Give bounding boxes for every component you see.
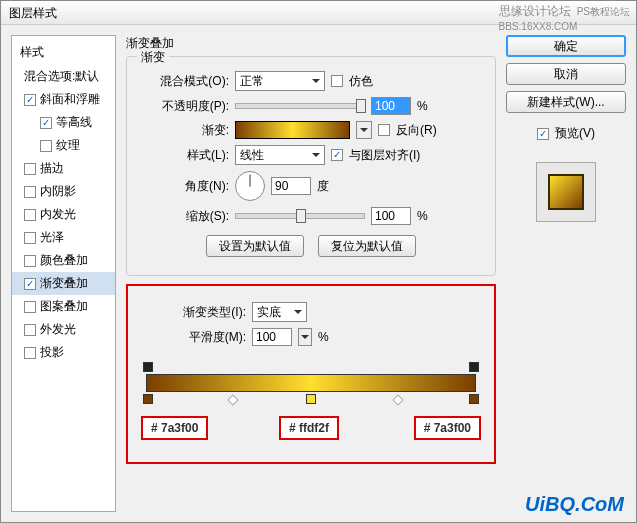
sidebar-blend-options[interactable]: 混合选项:默认 bbox=[12, 65, 115, 88]
scale-slider[interactable] bbox=[235, 213, 365, 219]
checkbox-icon[interactable] bbox=[24, 186, 36, 198]
style-select[interactable]: 线性 bbox=[235, 145, 325, 165]
align-label: 与图层对齐(I) bbox=[349, 147, 420, 164]
styles-sidebar: 样式 混合选项:默认 斜面和浮雕 等高线 纹理 描边 内阴影 内发光 光泽 颜色… bbox=[11, 35, 116, 512]
dialog-title: 图层样式 bbox=[9, 6, 57, 20]
opacity-slider[interactable] bbox=[235, 103, 365, 109]
ok-button[interactable]: 确定 bbox=[506, 35, 626, 57]
style-label: 样式(L): bbox=[139, 147, 229, 164]
gradient-ramp[interactable] bbox=[146, 356, 476, 406]
checkbox-icon[interactable] bbox=[24, 347, 36, 359]
sidebar-item-gradient-overlay[interactable]: 渐变叠加 bbox=[12, 272, 115, 295]
reset-default-button[interactable]: 复位为默认值 bbox=[318, 235, 416, 257]
sidebar-item-bevel[interactable]: 斜面和浮雕 bbox=[12, 88, 115, 111]
gradient-swatch[interactable] bbox=[235, 121, 350, 139]
set-default-button[interactable]: 设置为默认值 bbox=[206, 235, 304, 257]
opacity-stop-icon[interactable] bbox=[469, 362, 479, 372]
checkbox-icon[interactable] bbox=[24, 94, 36, 106]
gradient-bar[interactable] bbox=[146, 374, 476, 392]
color-hex-tag: # ffdf2f bbox=[279, 416, 339, 440]
sidebar-item-satin[interactable]: 光泽 bbox=[12, 226, 115, 249]
sidebar-item-stroke[interactable]: 描边 bbox=[12, 157, 115, 180]
checkbox-icon[interactable] bbox=[24, 255, 36, 267]
sidebar-item-color-overlay[interactable]: 颜色叠加 bbox=[12, 249, 115, 272]
sidebar-item-drop-shadow[interactable]: 投影 bbox=[12, 341, 115, 364]
opacity-stop-icon[interactable] bbox=[143, 362, 153, 372]
sidebar-item-pattern-overlay[interactable]: 图案叠加 bbox=[12, 295, 115, 318]
gradient-dropdown-icon[interactable] bbox=[356, 121, 372, 139]
preview-thumbnail bbox=[536, 162, 596, 222]
reverse-checkbox[interactable] bbox=[378, 124, 390, 136]
gradient-label: 渐变: bbox=[139, 122, 229, 139]
checkbox-icon[interactable] bbox=[24, 278, 36, 290]
checkbox-icon[interactable] bbox=[40, 117, 52, 129]
blend-mode-label: 混合模式(O): bbox=[139, 73, 229, 90]
opacity-label: 不透明度(P): bbox=[139, 98, 229, 115]
chevron-right-icon[interactable] bbox=[298, 328, 312, 346]
midpoint-icon[interactable] bbox=[392, 394, 403, 405]
preview-label: 预览(V) bbox=[555, 125, 595, 142]
color-hex-tag: # 7a3f00 bbox=[141, 416, 208, 440]
checkbox-icon[interactable] bbox=[40, 140, 52, 152]
grad-type-select[interactable]: 实底 bbox=[252, 302, 307, 322]
reverse-label: 反向(R) bbox=[396, 122, 437, 139]
grad-type-label: 渐变类型(I): bbox=[146, 304, 246, 321]
checkbox-icon[interactable] bbox=[24, 209, 36, 221]
angle-dial[interactable] bbox=[235, 171, 265, 201]
dither-checkbox[interactable] bbox=[331, 75, 343, 87]
watermark-text: 思缘设计论坛 PS教程论坛 BBS.16XX8.COM bbox=[499, 3, 630, 32]
sidebar-item-inner-glow[interactable]: 内发光 bbox=[12, 203, 115, 226]
sidebar-header: 样式 bbox=[12, 40, 115, 65]
pct-label: % bbox=[417, 99, 428, 113]
pct-label: % bbox=[318, 330, 329, 344]
scale-label: 缩放(S): bbox=[139, 208, 229, 225]
checkbox-icon[interactable] bbox=[24, 301, 36, 313]
checkbox-icon[interactable] bbox=[24, 232, 36, 244]
opacity-input[interactable]: 100 bbox=[371, 97, 411, 115]
right-column: 确定 取消 新建样式(W)... 预览(V) bbox=[506, 35, 626, 512]
color-stop-icon[interactable] bbox=[469, 394, 479, 404]
sidebar-item-contour[interactable]: 等高线 bbox=[12, 111, 115, 134]
sidebar-item-outer-glow[interactable]: 外发光 bbox=[12, 318, 115, 341]
panel-title: 渐变叠加 bbox=[126, 35, 496, 52]
gradient-group: 渐变 混合模式(O): 正常 仿色 不透明度(P): 100 % 渐变: bbox=[126, 56, 496, 276]
angle-unit: 度 bbox=[317, 178, 329, 195]
dither-label: 仿色 bbox=[349, 73, 373, 90]
new-style-button[interactable]: 新建样式(W)... bbox=[506, 91, 626, 113]
group-legend: 渐变 bbox=[137, 49, 169, 66]
checkbox-icon[interactable] bbox=[24, 163, 36, 175]
color-hex-tag: # 7a3f00 bbox=[414, 416, 481, 440]
smooth-input[interactable]: 100 bbox=[252, 328, 292, 346]
sidebar-item-texture[interactable]: 纹理 bbox=[12, 134, 115, 157]
gradient-editor-highlight: 渐变类型(I): 实底 平滑度(M): 100 % bbox=[126, 284, 496, 464]
site-logo: UiBQ.CoM bbox=[525, 493, 624, 516]
checkbox-icon[interactable] bbox=[24, 324, 36, 336]
main-panel: 渐变叠加 渐变 混合模式(O): 正常 仿色 不透明度(P): 100 % 渐变… bbox=[126, 35, 496, 512]
sidebar-item-inner-shadow[interactable]: 内阴影 bbox=[12, 180, 115, 203]
color-stop-icon[interactable] bbox=[143, 394, 153, 404]
midpoint-icon[interactable] bbox=[227, 394, 238, 405]
preview-checkbox[interactable] bbox=[537, 128, 549, 140]
smooth-label: 平滑度(M): bbox=[146, 329, 246, 346]
align-checkbox[interactable] bbox=[331, 149, 343, 161]
angle-input[interactable]: 90 bbox=[271, 177, 311, 195]
color-stop-icon[interactable] bbox=[306, 394, 316, 404]
angle-label: 角度(N): bbox=[139, 178, 229, 195]
scale-input[interactable]: 100 bbox=[371, 207, 411, 225]
blend-mode-select[interactable]: 正常 bbox=[235, 71, 325, 91]
cancel-button[interactable]: 取消 bbox=[506, 63, 626, 85]
pct-label: % bbox=[417, 209, 428, 223]
